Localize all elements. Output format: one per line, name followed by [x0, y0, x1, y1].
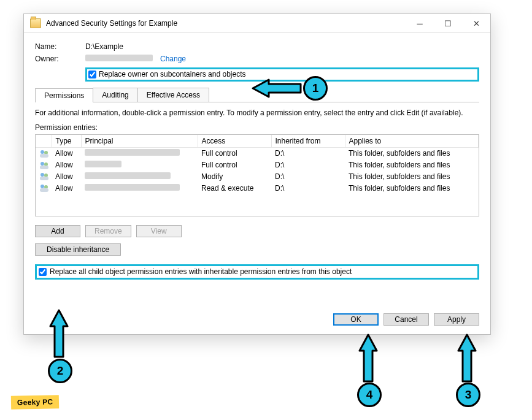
svg-rect-5 — [40, 166, 48, 169]
table-row[interactable]: Allow Modify D:\ This folder, subfolders… — [36, 171, 479, 183]
folder-icon — [30, 18, 41, 28]
table-row[interactable]: Allow Full control D:\ This folder, subf… — [36, 148, 479, 159]
security-settings-window: Advanced Security Settings for Example ─… — [23, 13, 491, 335]
svg-marker-15 — [458, 335, 476, 381]
view-button[interactable]: View — [136, 225, 182, 237]
watermark-badge: Geeky PC — [11, 395, 60, 410]
replace-child-entries-checkbox[interactable] — [39, 268, 47, 276]
entry-buttons-row: Add Remove View — [35, 225, 479, 237]
col-applies[interactable]: Applies to — [345, 135, 479, 148]
svg-point-0 — [40, 150, 44, 154]
permission-entries-label: Permission entries: — [35, 123, 479, 132]
window-title: Advanced Security Settings for Example — [46, 19, 177, 28]
svg-point-3 — [40, 162, 44, 166]
disable-inheritance-button[interactable]: Disable inheritance — [35, 243, 121, 256]
annotation-badge-2: 2 — [48, 359, 72, 383]
principal-redacted — [85, 161, 121, 167]
svg-marker-13 — [50, 310, 67, 357]
change-owner-link[interactable]: Change — [160, 55, 186, 63]
minimize-button[interactable]: ─ — [406, 14, 434, 32]
svg-point-6 — [40, 173, 44, 177]
info-line: For additional information, double-click… — [35, 109, 479, 117]
apply-button[interactable]: Apply — [434, 313, 479, 326]
users-icon — [39, 172, 49, 181]
annotation-badge-3: 3 — [456, 383, 480, 407]
table-row[interactable]: Allow Read & execute D:\ This folder, su… — [36, 182, 479, 194]
owner-row: Owner: Change — [35, 55, 479, 63]
col-access[interactable]: Access — [198, 135, 271, 148]
annotation-arrow-2 — [49, 310, 69, 358]
maximize-button[interactable]: ☐ — [434, 14, 462, 32]
owner-value-redacted — [85, 55, 153, 63]
cancel-button[interactable]: Cancel — [384, 313, 429, 326]
close-button[interactable]: ✕ — [462, 14, 490, 32]
titlebar: Advanced Security Settings for Example ─… — [24, 14, 490, 33]
tab-effective-access[interactable]: Effective Access — [137, 88, 209, 102]
users-icon — [39, 150, 49, 158]
annotation-badge-4: 4 — [357, 383, 382, 407]
replace-owner-checkbox-label: Replace owner on subcontainers and objec… — [99, 70, 245, 78]
replace-owner-checkbox[interactable] — [88, 71, 96, 78]
principal-redacted — [85, 149, 180, 156]
perm-header-row: Type Principal Access Inherited from App… — [36, 135, 479, 148]
users-icon — [39, 184, 49, 193]
tab-permissions[interactable]: Permissions — [35, 88, 93, 102]
col-inherited[interactable]: Inherited from — [271, 135, 345, 148]
col-icon[interactable] — [36, 135, 52, 148]
annotation-arrow-1 — [253, 78, 302, 98]
users-icon — [39, 161, 49, 170]
dialog-buttons: OK Cancel Apply — [35, 313, 479, 326]
name-label: Name: — [35, 42, 85, 51]
svg-marker-12 — [253, 80, 301, 97]
window-controls: ─ ☐ ✕ — [406, 14, 490, 32]
svg-rect-8 — [40, 177, 48, 180]
principal-redacted — [85, 172, 171, 179]
svg-marker-14 — [360, 335, 377, 381]
svg-rect-2 — [40, 154, 48, 158]
annotation-badge-1: 1 — [303, 76, 328, 101]
col-type[interactable]: Type — [52, 135, 81, 148]
replace-child-entries-checkbox-row[interactable]: Replace all child object permission entr… — [35, 264, 479, 280]
replace-child-entries-checkbox-label: Replace all child object permission entr… — [50, 267, 352, 276]
svg-point-9 — [40, 185, 44, 188]
svg-rect-11 — [40, 188, 48, 192]
principal-redacted — [85, 184, 180, 191]
permission-entries-list[interactable]: Type Principal Access Inherited from App… — [35, 134, 479, 216]
tab-auditing[interactable]: Auditing — [93, 88, 137, 102]
col-principal[interactable]: Principal — [81, 135, 198, 148]
add-button[interactable]: Add — [35, 225, 80, 237]
ok-button[interactable]: OK — [333, 313, 379, 326]
annotation-arrow-3 — [457, 335, 477, 383]
owner-label: Owner: — [35, 55, 85, 63]
annotation-arrow-4 — [358, 335, 378, 383]
remove-button[interactable]: Remove — [85, 225, 131, 237]
name-row: Name: D:\Example — [35, 42, 479, 51]
name-value: D:\Example — [85, 42, 123, 51]
table-row[interactable]: Allow Full control D:\ This folder, subf… — [36, 159, 479, 171]
